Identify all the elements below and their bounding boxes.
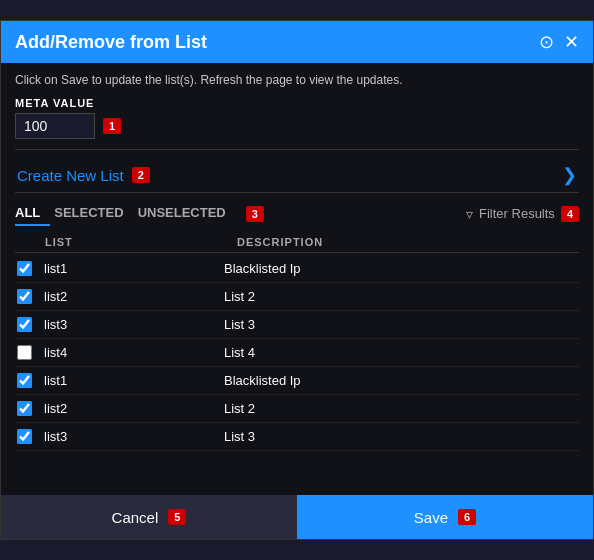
list-description: List 2 [224, 401, 255, 416]
dialog-header: Add/Remove from List ⊙ ✕ [1, 21, 593, 63]
list-name: list2 [44, 401, 224, 416]
list-checkbox[interactable] [17, 317, 32, 332]
list-name: list4 [44, 345, 224, 360]
meta-value-row: 1 [15, 113, 579, 139]
list-name: list2 [44, 289, 224, 304]
list-table-header: LIST DESCRIPTION [15, 232, 579, 253]
list-name: list1 [44, 261, 224, 276]
filter-badge: 4 [561, 206, 579, 222]
table-row: list1Blacklisted Ip [15, 255, 579, 283]
info-text: Click on Save to update the list(s). Ref… [15, 73, 579, 87]
tab-selected[interactable]: SELECTED [54, 201, 133, 226]
list-name: list3 [44, 429, 224, 444]
meta-value-input[interactable] [15, 113, 95, 139]
list-description: List 3 [224, 317, 255, 332]
cancel-badge: 5 [168, 509, 186, 525]
create-new-list-text: Create New List [17, 167, 124, 184]
dialog-footer: Cancel 5 Save 6 [1, 495, 593, 539]
meta-value-label: META VALUE [15, 97, 579, 109]
col-desc-header: DESCRIPTION [237, 236, 323, 248]
tab-all[interactable]: ALL [15, 201, 50, 226]
divider-1 [15, 149, 579, 150]
tab-unselected[interactable]: UNSELECTED [138, 201, 236, 226]
tabs-badge: 3 [246, 206, 264, 222]
tabs-row: ALL SELECTED UNSELECTED 3 ▿ Filter Resul… [15, 201, 579, 226]
list-description: List 3 [224, 429, 255, 444]
filter-text: Filter Results [479, 206, 555, 221]
dialog-body: Click on Save to update the list(s). Ref… [1, 63, 593, 495]
save-badge: 6 [458, 509, 476, 525]
dialog-title: Add/Remove from List [15, 32, 207, 53]
list-description: Blacklisted Ip [224, 373, 301, 388]
list-checkbox[interactable] [17, 429, 32, 444]
table-row: list3List 3 [15, 311, 579, 339]
create-new-list-badge: 2 [132, 167, 150, 183]
table-row: list3List 3 [15, 423, 579, 451]
header-icons: ⊙ ✕ [539, 31, 579, 53]
save-button[interactable]: Save 6 [297, 495, 593, 539]
cancel-button[interactable]: Cancel 5 [1, 495, 297, 539]
filter-icon: ▿ [466, 206, 473, 222]
save-label: Save [414, 509, 448, 526]
table-row: list4List 4 [15, 339, 579, 367]
list-checkbox[interactable] [17, 345, 32, 360]
list-name: list3 [44, 317, 224, 332]
chevron-right-icon: ❯ [562, 164, 577, 186]
create-new-list-left: Create New List 2 [17, 167, 150, 184]
help-icon[interactable]: ⊙ [539, 31, 554, 53]
close-icon[interactable]: ✕ [564, 31, 579, 53]
add-remove-dialog: Add/Remove from List ⊙ ✕ Click on Save t… [0, 20, 594, 540]
table-row: list2List 2 [15, 283, 579, 311]
list-description: List 4 [224, 345, 255, 360]
create-new-list-row[interactable]: Create New List 2 ❯ [15, 158, 579, 193]
table-row: list1Blacklisted Ip [15, 367, 579, 395]
list-container: list1Blacklisted Iplist2List 2list3List … [15, 255, 579, 485]
filter-results[interactable]: ▿ Filter Results 4 [466, 206, 579, 222]
list-description: List 2 [224, 289, 255, 304]
cancel-label: Cancel [112, 509, 159, 526]
meta-value-badge: 1 [103, 118, 121, 134]
list-description: Blacklisted Ip [224, 261, 301, 276]
table-row: list2List 2 [15, 395, 579, 423]
list-checkbox[interactable] [17, 401, 32, 416]
col-list-header: LIST [17, 236, 237, 248]
list-checkbox[interactable] [17, 261, 32, 276]
list-name: list1 [44, 373, 224, 388]
list-checkbox[interactable] [17, 373, 32, 388]
list-checkbox[interactable] [17, 289, 32, 304]
